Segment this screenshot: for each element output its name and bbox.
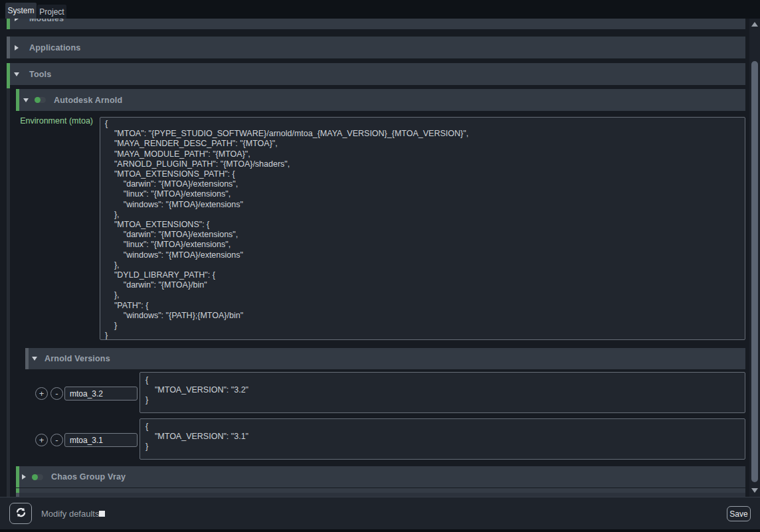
tab-bar: System Project <box>0 0 760 19</box>
section-header-tools[interactable]: Tools <box>7 63 745 85</box>
settings-window: System Project Modules Applications Tool… <box>0 0 760 532</box>
group-header-autodesk-arnold[interactable]: Autodesk Arnold <box>16 89 745 111</box>
environment-mtoa-label: Environment (mtoa) <box>7 116 93 126</box>
group-label: Chaos Group Vray <box>51 472 126 482</box>
environment-mtoa-editor[interactable]: { "MTOA": "{PYPE_STUDIO_SOFTWARE}/arnold… <box>100 117 745 340</box>
modify-defaults-label: Modify defaults <box>41 497 99 529</box>
tab-system[interactable]: System <box>5 3 37 19</box>
group-header-arnold-versions[interactable]: Arnold Versions <box>25 348 745 369</box>
modify-defaults-checkbox[interactable] <box>99 511 105 517</box>
refresh-button[interactable] <box>9 503 32 524</box>
tools-section-spine <box>7 85 10 497</box>
add-version-button[interactable]: + <box>35 387 48 400</box>
modified-indicator-bar <box>16 466 19 488</box>
section-header-applications[interactable]: Applications <box>7 37 745 58</box>
toggle-knob <box>32 474 38 480</box>
toggle-knob <box>35 97 41 103</box>
scroll-down-arrow-icon[interactable] <box>751 488 758 493</box>
section-label: Modules <box>29 19 64 23</box>
section-header-modules[interactable]: Modules <box>7 19 745 29</box>
section-indicator-bar <box>7 37 10 58</box>
section-label: Applications <box>29 43 80 52</box>
group-label: Autodesk Arnold <box>54 96 122 105</box>
tools-section-spine-cap <box>7 85 10 88</box>
chevron-down-icon <box>14 72 19 76</box>
chevron-down-icon <box>32 357 37 361</box>
group-header-chaos-group-vray[interactable]: Chaos Group Vray <box>16 466 745 488</box>
group-label: Arnold Versions <box>45 354 110 363</box>
scroll-up-arrow-icon[interactable] <box>751 22 758 27</box>
tab-project[interactable]: Project <box>37 5 66 19</box>
add-version-button[interactable]: + <box>35 434 48 446</box>
save-button[interactable]: Save <box>727 506 751 521</box>
version-value-editor[interactable]: { "MTOA_VERSION": "3.1" } <box>140 418 745 460</box>
arnold-enabled-toggle[interactable] <box>35 97 46 103</box>
window-bottom-edge <box>0 529 760 532</box>
remove-version-button[interactable]: - <box>50 387 63 400</box>
vertical-scrollbar[interactable] <box>749 19 760 497</box>
scrollbar-thumb[interactable] <box>751 61 758 482</box>
footer-bar: Modify defaults Save <box>0 497 760 529</box>
chevron-right-icon <box>22 474 26 480</box>
version-key-input[interactable] <box>64 387 138 400</box>
modified-indicator-bar <box>7 63 10 85</box>
chevron-right-icon <box>15 19 19 21</box>
vray-enabled-toggle[interactable] <box>32 474 43 480</box>
chevron-right-icon <box>15 45 19 50</box>
section-indicator-bar <box>25 348 29 369</box>
settings-scroll-area: Modules Applications Tools Autodesk Arno… <box>0 19 749 497</box>
chevron-down-icon <box>23 98 29 102</box>
refresh-icon <box>15 507 27 520</box>
remove-version-button[interactable]: - <box>50 434 63 446</box>
clipped-next-group-header <box>16 488 745 493</box>
modified-indicator-bar <box>16 89 19 111</box>
modified-indicator-bar <box>7 19 10 29</box>
section-label: Tools <box>29 70 51 79</box>
version-value-editor[interactable]: { "MTOA_VERSION": "3.2" } <box>140 372 745 413</box>
version-key-input[interactable] <box>64 433 138 447</box>
